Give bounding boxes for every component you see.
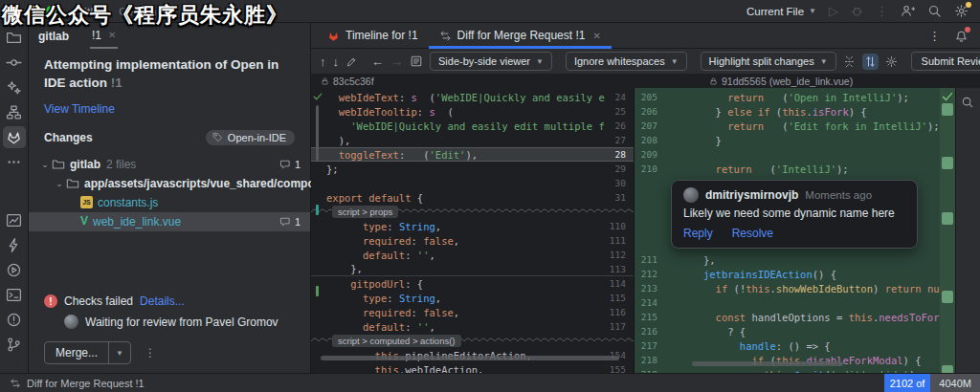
line-number: 206: [635, 106, 667, 117]
forward-icon[interactable]: →: [390, 55, 403, 68]
run-icon[interactable]: ▷: [829, 5, 838, 17]
diff-settings-gear-icon[interactable]: [885, 55, 898, 68]
chevron-icon[interactable]: ⌄: [38, 160, 52, 169]
code-text: if (!this.showWebIdeButton) return null;: [667, 283, 955, 294]
code-line: webIdeText: s__('WebIDE|Quickly and easi…: [311, 90, 634, 104]
code-text: ),: [311, 135, 605, 146]
line-number: 217: [635, 340, 667, 351]
left-revision-label: 83c5c36f: [311, 74, 635, 88]
details-link[interactable]: Details...: [140, 294, 185, 308]
stripe-marker[interactable]: [942, 212, 953, 225]
resolve-link[interactable]: Resolve: [732, 227, 773, 240]
stripe-marker[interactable]: [942, 157, 953, 169]
tree-row[interactable]: ⌄app/assets/javascripts/vue_shared/compo…: [29, 174, 310, 193]
collapse-unchanged-icon[interactable]: [843, 55, 856, 68]
submit-review-button[interactable]: Submit Review...: [911, 52, 980, 71]
chevron-icon[interactable]: ⌄: [53, 179, 66, 188]
reply-link[interactable]: Reply: [683, 227, 713, 240]
tree-item-label: gitlab: [70, 158, 100, 171]
stripe-marker[interactable]: [942, 365, 953, 373]
highlight-mode-select[interactable]: Highlight split changes▼: [701, 52, 836, 71]
viewer-mode-select[interactable]: Side-by-side viewer▼: [430, 52, 552, 71]
tool-window-strip: [0, 23, 29, 373]
inspections-icon[interactable]: [961, 96, 974, 109]
tree-row[interactable]: Vweb_ide_link.vue1: [29, 212, 310, 231]
code-text: },: [667, 254, 955, 266]
minimize-window-button[interactable]: [28, 6, 38, 16]
sync-scrolling-icon[interactable]: [862, 54, 879, 70]
fold-label[interactable]: script > props: [332, 206, 398, 218]
merge-button[interactable]: Merge... ▼: [44, 341, 131, 364]
horizontal-scrollbar[interactable]: [321, 356, 619, 360]
stripe-marker[interactable]: [942, 103, 953, 116]
left-gutter: [311, 88, 324, 373]
terminal-tool-icon[interactable]: [3, 284, 26, 306]
window-controls[interactable]: [10, 6, 56, 16]
endpoints-tool-icon[interactable]: [3, 234, 26, 256]
horizontal-scrollbar[interactable]: [692, 361, 843, 366]
warning-icon: !: [44, 316, 57, 328]
file-list-icon[interactable]: [410, 54, 423, 68]
notifications-bell-icon[interactable]: [954, 29, 969, 43]
memory-indicator[interactable]: 2102 of 4040M: [884, 374, 980, 392]
close-icon[interactable]: ✕: [108, 30, 116, 40]
line-number: 28: [605, 149, 634, 160]
whitespace-select[interactable]: Ignore whitespaces▼: [566, 52, 687, 71]
tab-timeline[interactable]: Timeline for !1: [317, 23, 429, 48]
merge-more-actions-icon[interactable]: ⋮: [145, 346, 156, 359]
services-tool-icon[interactable]: [3, 259, 26, 281]
previous-change-icon[interactable]: ↑: [320, 55, 326, 68]
merge-dropdown-chevron[interactable]: ▼: [109, 342, 130, 363]
comment-author: dmitriysmirnovjb: [705, 188, 798, 202]
settings-gear-icon[interactable]: [954, 4, 969, 18]
profiler-tool-icon[interactable]: [3, 209, 26, 231]
diff-pane-after[interactable]: 205 return __('Open in IntelliJ');206 } …: [635, 88, 955, 373]
code-line: 206 } else if (this.isFork) {: [635, 104, 955, 119]
line-number: 207: [635, 120, 667, 131]
jump-to-source-icon[interactable]: [345, 55, 358, 68]
line-number: 115: [605, 293, 634, 303]
gitlab-tool-icon[interactable]: [3, 126, 26, 148]
code-text: type: String,: [311, 221, 605, 232]
fold-label[interactable]: script > computed > actions(): [332, 335, 461, 347]
add-user-icon[interactable]: [901, 4, 915, 18]
collapsed-region[interactable]: script > computed > actions(): [311, 334, 634, 348]
comment-count-badge: 1: [274, 159, 301, 170]
view-timeline-link[interactable]: View Timeline: [44, 102, 115, 116]
commit-tool-icon[interactable]: [3, 52, 26, 74]
debug-icon[interactable]: [851, 5, 863, 17]
gitlab-fox-icon: [327, 30, 340, 42]
close-tab-icon[interactable]: ✕: [592, 31, 600, 41]
collapsed-region[interactable]: script > props: [311, 205, 634, 219]
structure-tool-icon[interactable]: [3, 101, 26, 123]
next-change-icon[interactable]: ↓: [333, 55, 340, 68]
run-configuration-select[interactable]: Current File▼: [746, 6, 816, 17]
folder-icon: [66, 177, 79, 190]
panel-tab-mr[interactable]: !1 ✕: [90, 23, 118, 49]
gutter-scroll-indicator[interactable]: [316, 105, 319, 161]
zoom-window-button[interactable]: [46, 6, 56, 16]
close-window-button[interactable]: [10, 6, 20, 16]
project-tool-icon[interactable]: [3, 27, 26, 49]
problems-tool-icon[interactable]: [3, 309, 26, 331]
tree-row[interactable]: JSconstants.js: [29, 193, 310, 212]
tree-row[interactable]: ⌄gitlab2 files1: [29, 155, 310, 174]
ai-assistant-icon[interactable]: [3, 76, 26, 98]
back-icon[interactable]: ←: [371, 55, 384, 68]
code-line: 209: [635, 147, 955, 162]
check-icon: [942, 91, 953, 102]
version-control-tool-icon[interactable]: [3, 334, 26, 356]
diff-arrows-icon: [10, 378, 21, 389]
tab-diff[interactable]: Diff for Merge Request !1 ✕: [429, 23, 612, 48]
stripe-marker[interactable]: [942, 291, 953, 303]
more-actions-icon[interactable]: ⋮: [876, 5, 888, 17]
right-revision-label: 91dd5565 (web_ide_link.vue): [635, 74, 853, 88]
changes-tree: ⌄gitlab2 files1⌄app/assets/javascripts/v…: [29, 155, 310, 231]
error-stripe[interactable]: [940, 88, 955, 373]
tab-options-icon[interactable]: ⋮: [928, 30, 941, 42]
more-tools-icon[interactable]: [3, 151, 26, 173]
diff-pane-before[interactable]: webIdeText: s__('WebIDE|Quickly and easi…: [311, 88, 635, 373]
line-number: 117: [605, 321, 634, 332]
line-number: 214: [635, 297, 667, 308]
search-icon[interactable]: [927, 4, 942, 18]
